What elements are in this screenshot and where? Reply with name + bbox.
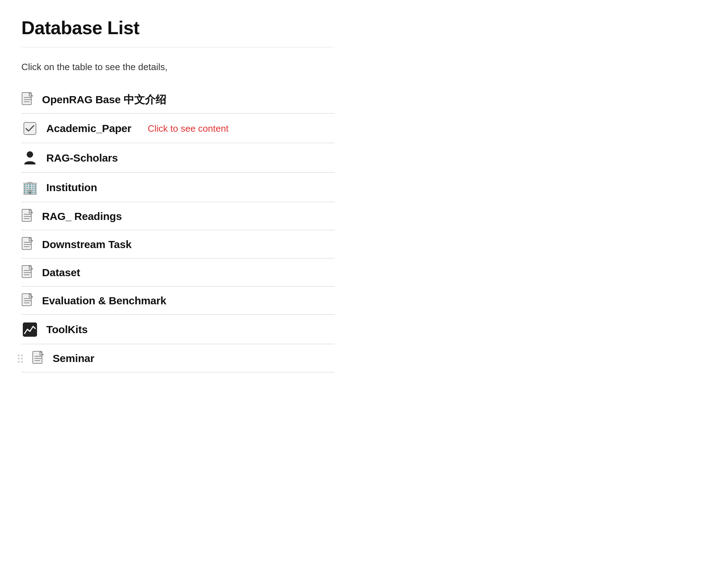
document-icon [21,293,34,309]
document-icon [32,351,45,366]
list-item-rag-readings[interactable]: RAG_ Readings [21,202,335,230]
list-item-rag-scholars[interactable]: RAG-Scholars [21,143,335,173]
database-list: OpenRAG Base 中文介绍 Academic_PaperClick to… [21,85,335,372]
item-label: OpenRAG Base 中文介绍 [42,93,166,107]
svg-rect-7 [23,322,37,337]
document-icon [21,209,34,224]
list-item-downstream-task[interactable]: Downstream Task [21,230,335,258]
subtitle-text: Click on the table to see the details, [21,62,335,73]
svg-rect-0 [22,93,31,105]
svg-rect-3 [22,209,31,221]
title-divider [21,47,335,47]
item-label: Dataset [42,267,80,279]
list-item-institution[interactable]: 🏢Institution [21,173,335,202]
item-label: Academic_Paper [46,122,131,135]
analytics-icon [21,321,38,338]
document-icon [21,92,34,107]
list-item-openrag-base[interactable]: OpenRAG Base 中文介绍 [21,85,335,114]
svg-rect-4 [22,237,31,250]
list-item-evaluation-benchmark[interactable]: Evaluation & Benchmark [21,287,335,315]
svg-rect-5 [22,266,31,278]
list-item-toolkits[interactable]: ToolKits [21,315,335,344]
document-icon [21,237,34,252]
item-label: RAG_ Readings [42,210,122,222]
list-item-seminar[interactable]: Seminar [21,344,335,372]
svg-rect-8 [33,351,42,363]
building-icon: 🏢 [21,179,38,196]
svg-rect-6 [22,294,31,306]
click-hint: Click to see content [148,123,229,134]
drag-handle[interactable] [18,355,23,363]
item-label: RAG-Scholars [46,152,118,164]
person-icon [21,149,38,167]
item-label: Evaluation & Benchmark [42,295,166,307]
list-item-academic-paper[interactable]: Academic_PaperClick to see content [21,114,335,143]
checkbox-icon [21,120,38,137]
document-icon [21,265,34,280]
page-title: Database List [21,17,335,38]
item-label: Institution [46,182,97,194]
list-item-dataset[interactable]: Dataset [21,258,335,287]
item-label: Downstream Task [42,238,132,251]
item-label: Seminar [53,352,94,364]
svg-point-2 [27,151,33,158]
item-label: ToolKits [46,324,88,336]
